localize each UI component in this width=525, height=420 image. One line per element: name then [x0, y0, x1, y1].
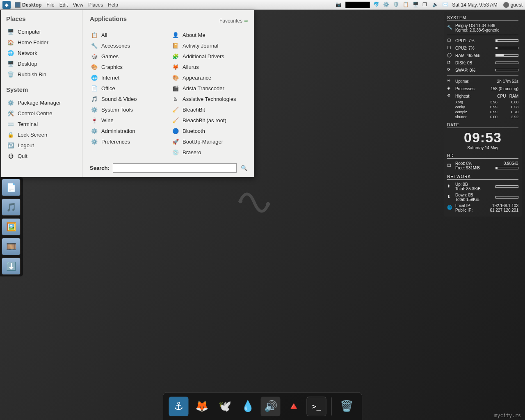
documents-folder[interactable]: 📄 — [2, 179, 21, 196]
cpu2-bar — [495, 47, 518, 49]
desktop-button[interactable]: Desktop — [15, 2, 41, 8]
system-item-terminal[interactable]: ⌨️Terminal — [6, 119, 79, 129]
shield-icon[interactable]: 🛡️ — [393, 2, 399, 8]
clipboard-icon[interactable]: 📋 — [403, 2, 409, 8]
category-item-all[interactable]: 📋All — [90, 30, 167, 40]
category-item-accessories[interactable]: 🔧Accessories — [90, 40, 167, 51]
dock-terminal[interactable]: >_ — [307, 397, 326, 416]
category-item-icon: ⚙️ — [91, 127, 98, 135]
conky-disk: DISK: 0B — [455, 61, 472, 65]
swap-bar — [495, 69, 518, 71]
clock[interactable]: Sat 14 May, 9:53 AM — [452, 2, 498, 8]
system-item-package-manager[interactable]: ⚙️Package Manager — [6, 97, 79, 108]
category-item-wine[interactable]: 🍷Wine — [90, 115, 167, 126]
swap-icon: ⟳ — [447, 67, 453, 73]
screenshot-icon[interactable]: 📷 — [336, 2, 342, 8]
conky-lip: 192.168.1.103 — [492, 203, 518, 208]
system-item-icon: 🛠️ — [7, 110, 14, 117]
volume-icon[interactable]: 🔈 — [432, 2, 439, 8]
menu-places[interactable]: Places — [88, 2, 103, 8]
mail-icon[interactable]: ✉️ — [442, 2, 449, 8]
category-item-label: All — [101, 32, 107, 38]
arrow-right-icon: ➡ — [244, 18, 248, 24]
places-item-desktop[interactable]: 🖥️Desktop — [6, 58, 79, 69]
search-button[interactable]: 🔍 — [240, 164, 248, 172]
menu-edit[interactable]: Edit — [59, 2, 68, 8]
system-item-quit[interactable]: ⏻Quit — [6, 151, 79, 161]
category-item-graphics[interactable]: 🎨Graphics — [90, 62, 167, 72]
category-item-administration[interactable]: ⚙️Administration — [90, 126, 167, 136]
windows-icon[interactable]: ❐ — [422, 2, 429, 8]
app-item-icon: 🧩 — [172, 52, 179, 60]
category-item-sound-video[interactable]: 🎵Sound & Video — [90, 94, 167, 104]
app-item-bleachbit-as-root-[interactable]: 🧹BleachBit (as root) — [171, 115, 248, 126]
search-row: Search: 🔍 — [90, 163, 248, 173]
app-item-appearance[interactable]: 🎨Appearance — [171, 72, 248, 83]
dock-anchor-app[interactable]: ⚓ — [169, 397, 189, 416]
app-item-bootup-manager[interactable]: 🚀BootUp-Manager — [171, 136, 248, 147]
cpu-icon: ▢ — [447, 38, 453, 43]
ram-bar — [495, 54, 518, 57]
app-item-label: Additional Drivers — [183, 53, 224, 59]
proc-row: conky0.990.53 — [447, 105, 518, 110]
app-item-bluetooth[interactable]: 🔵Bluetooth — [171, 126, 248, 136]
category-item-system-tools[interactable]: ⚙️System Tools — [90, 104, 167, 115]
videos-folder[interactable]: 🎞️ — [2, 238, 21, 255]
app-item-assistive-technologies[interactable]: ♿Assistive Technologies — [171, 94, 248, 104]
conky-root-free: Free: 931MiB — [455, 166, 480, 170]
dock-media-player[interactable]: 🔊 — [261, 397, 281, 416]
system-item-lock-screen[interactable]: 🔒Lock Screen — [6, 129, 79, 140]
music-folder[interactable]: 🎵 — [2, 199, 21, 216]
category-item-office[interactable]: 📄Office — [90, 83, 167, 94]
app-item-icon: ♿ — [172, 95, 179, 103]
conky-h-ram: RAM — [509, 94, 518, 98]
dock-thunderbird[interactable]: 🕊️ — [215, 397, 235, 416]
dolphin-icon[interactable]: 🐬 — [373, 2, 380, 8]
system-item-icon: 🔒 — [7, 131, 14, 138]
category-item-internet[interactable]: 🌐Internet — [90, 72, 167, 83]
pictures-folder[interactable]: 🖼️ — [2, 218, 21, 235]
app-item-brasero[interactable]: 💿Brasero — [171, 147, 248, 158]
conky-time: 09:53 — [447, 130, 518, 146]
search-input[interactable] — [113, 163, 237, 173]
app-item-activity-journal[interactable]: 📔Activity Journal — [171, 40, 248, 51]
app-item-arista-transcoder[interactable]: 🎬Arista Transcoder — [171, 83, 248, 94]
category-item-icon: 🎲 — [91, 52, 98, 60]
dock-firefox[interactable]: 🦊 — [192, 397, 212, 416]
menu-file[interactable]: File — [46, 2, 54, 8]
app-item-ailurus[interactable]: 🦊Ailurus — [171, 62, 248, 72]
gear-icon[interactable]: ⚙️ — [383, 2, 390, 8]
downloads-folder[interactable]: ⬇️ — [2, 258, 21, 275]
places-item-home-folder[interactable]: 🏠Home Folder — [6, 37, 79, 48]
favourites-link[interactable]: Favourites ➡ — [219, 18, 248, 24]
desktop-label-text: Desktop — [22, 2, 41, 8]
cpu1-bar — [495, 39, 518, 42]
app-item-bleachbit[interactable]: 🧹BleachBit — [171, 104, 248, 115]
menu-view[interactable]: View — [73, 2, 83, 8]
app-item-about-me[interactable]: 👤About Me — [171, 30, 248, 40]
places-item-network[interactable]: 🌐Network — [6, 48, 79, 58]
system-item-control-centre[interactable]: 🛠️Control Centre — [6, 108, 79, 119]
menu-help[interactable]: Help — [108, 2, 118, 8]
category-item-preferences[interactable]: ⚙️Preferences — [90, 136, 167, 147]
display-icon[interactable]: 🖥️ — [413, 2, 419, 8]
dock-vlc[interactable]: 🔺 — [284, 397, 304, 416]
system-tray: 📷 🐬 ⚙️ 🛡️ 📋 🖥️ ❐ 🔈 ✉️ — [336, 2, 449, 8]
dock-trash[interactable]: 🗑️ — [337, 397, 356, 416]
wrench-icon: 🔧 — [447, 25, 453, 31]
app-item-label: About Me — [183, 32, 205, 38]
power-icon — [503, 2, 509, 8]
app-item-additional-drivers[interactable]: 🧩Additional Drivers — [171, 51, 248, 62]
main-menu-icon[interactable]: ◆ — [2, 1, 11, 9]
user-menu[interactable]: guest — [503, 2, 523, 8]
system-item-label: Terminal — [18, 121, 38, 127]
sysmon-graph-icon[interactable] — [345, 2, 370, 8]
gear-icon: ⚙ — [447, 93, 453, 99]
system-item-logout[interactable]: ↩️Logout — [6, 140, 79, 151]
search-icon: 🔍 — [241, 165, 247, 171]
dock-deluge[interactable]: 💧 — [238, 397, 258, 416]
places-item-rubbish-bin[interactable]: 🗑️Rubbish Bin — [6, 69, 79, 80]
app-item-label: BleachBit (as root) — [183, 117, 226, 123]
category-item-games[interactable]: 🎲Games — [90, 51, 167, 62]
places-item-computer[interactable]: 🖥️Computer — [6, 26, 79, 37]
